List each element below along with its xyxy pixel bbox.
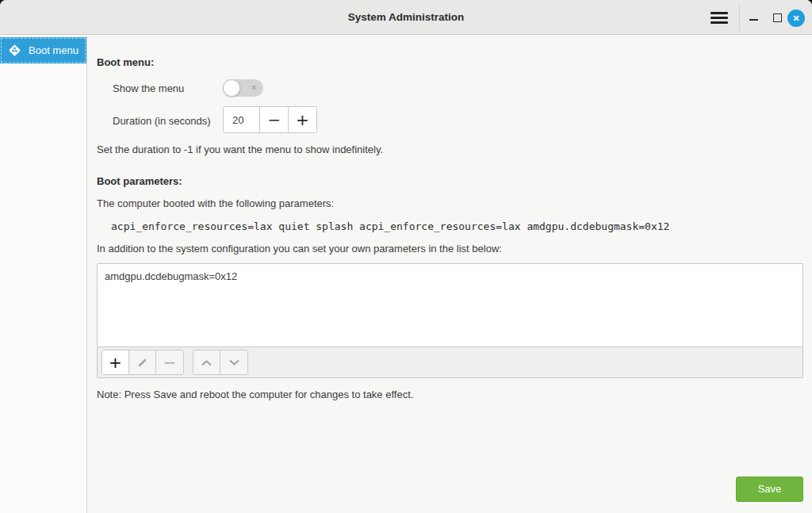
maximize-icon <box>773 13 782 22</box>
save-note: Note: Press Save and reboot the computer… <box>97 389 413 400</box>
sidebar-item-label: Boot menu <box>29 44 79 56</box>
duration-increment-button[interactable]: + <box>289 107 316 132</box>
move-down-button[interactable] <box>220 350 247 374</box>
system-administration-window: System Administration ✕ <box>0 0 812 513</box>
move-up-icon <box>201 359 213 366</box>
window-title: System Administration <box>0 0 812 35</box>
boot-parameters-heading: Boot parameters: <box>97 175 182 187</box>
booted-params-value: acpi_enforce_resources=lax quiet splash … <box>111 220 669 232</box>
move-down-icon <box>228 359 240 366</box>
sidebar: Boot menu <box>0 36 87 513</box>
list-toolbar: + − <box>97 346 803 378</box>
move-up-button[interactable] <box>193 350 220 374</box>
close-icon: ✕ <box>792 13 799 23</box>
boot-menu-heading: Boot menu: <box>97 56 154 68</box>
menu-bar <box>710 17 728 19</box>
remove-parameter-button[interactable]: − <box>156 350 183 374</box>
sidebar-item-boot-menu[interactable]: Boot menu <box>0 37 86 63</box>
list-item[interactable]: amdgpu.dcdebugmask=0x12 <box>98 264 802 289</box>
toggle-knob <box>223 79 240 97</box>
remove-icon: − <box>163 354 177 370</box>
show-menu-label: Show the menu <box>113 82 184 94</box>
move-button-group <box>193 350 248 375</box>
grub-icon <box>8 44 21 57</box>
show-menu-toggle[interactable]: × <box>223 79 263 97</box>
duration-spinbox: 20 − + <box>223 106 317 133</box>
menu-icon[interactable] <box>710 12 728 24</box>
edit-button-group: + − <box>102 350 184 375</box>
minimize-icon <box>749 19 758 21</box>
edit-parameter-button[interactable] <box>129 350 156 374</box>
booted-params-label: The computer booted with the following p… <box>97 197 334 209</box>
custom-params-label: In addition to the system configuration … <box>97 243 502 255</box>
duration-label: Duration (in seconds) <box>113 115 211 127</box>
edit-icon <box>136 357 148 369</box>
maximize-button[interactable] <box>771 10 783 26</box>
menu-bar <box>710 21 728 24</box>
duration-input[interactable]: 20 <box>224 107 260 132</box>
minimize-button[interactable] <box>748 10 760 26</box>
close-button[interactable]: ✕ <box>787 10 805 27</box>
duration-decrement-button[interactable]: − <box>260 107 288 132</box>
toggle-off-icon: × <box>251 79 256 97</box>
duration-hint: Set the duration to -1 if you want the m… <box>97 144 383 155</box>
add-icon: + <box>109 354 122 370</box>
custom-params-list[interactable]: amdgpu.dcdebugmask=0x12 <box>97 263 803 346</box>
titlebar-separator <box>739 4 740 31</box>
save-button[interactable]: Save <box>736 477 803 502</box>
menu-bar <box>710 12 728 14</box>
titlebar: System Administration ✕ <box>0 0 812 35</box>
add-parameter-button[interactable]: + <box>102 350 129 374</box>
